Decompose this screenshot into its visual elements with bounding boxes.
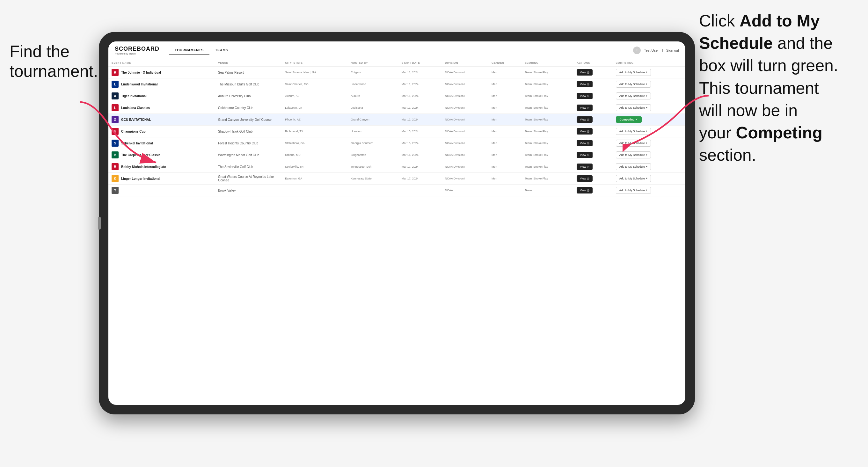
add-schedule-button[interactable]: Add to My Schedule + — [616, 69, 651, 76]
tablet-frame: SCOREBOARD Powered by clippd TOURNAMENTS… — [99, 32, 695, 414]
table-row: G GCU INVITATIONAL Grand Canyon Universi… — [108, 114, 685, 126]
table-row: L Lindenwood Invitational The Missouri B… — [108, 79, 685, 90]
view-button[interactable]: View ◎ — [577, 175, 593, 182]
table-body: R The Johnnie - O Individual Sea Palms R… — [108, 67, 685, 196]
table-row: H Champions Cup Shadow Hawk Golf ClubRic… — [108, 126, 685, 137]
arrow-left — [70, 99, 172, 179]
col-gender: GENDER — [488, 59, 522, 67]
col-event-name: EVENT NAME — [108, 59, 215, 67]
tournaments-table-container: EVENT NAME VENUE CITY, STATE HOSTED BY S… — [108, 59, 685, 405]
add-schedule-button[interactable]: Add to My Schedule + — [616, 163, 651, 170]
view-button[interactable]: View ◎ — [577, 128, 593, 134]
annotation-right: Click Add to My Schedule and the box wil… — [699, 9, 859, 166]
col-competing: COMPETING — [613, 59, 685, 67]
add-schedule-button[interactable]: Add to My Schedule + — [616, 175, 651, 182]
view-button[interactable]: View ◎ — [577, 163, 593, 170]
col-hosted-by: HOSTED BY — [347, 59, 399, 67]
nav-tabs: TOURNAMENTS TEAMS — [169, 45, 234, 55]
logo-area: SCOREBOARD Powered by clippd — [115, 45, 159, 55]
tournaments-table: EVENT NAME VENUE CITY, STATE HOSTED BY S… — [108, 59, 685, 196]
col-division: DIVISION — [442, 59, 488, 67]
table-row: B The Carpetbagger Classic Worthington M… — [108, 149, 685, 161]
tablet-side-button — [98, 217, 101, 229]
annotation-left: Find the tournament. — [9, 41, 98, 81]
view-button[interactable]: View ◎ — [577, 81, 593, 87]
view-button[interactable]: View ◎ — [577, 187, 593, 193]
view-button[interactable]: View ◎ — [577, 140, 593, 146]
header-right: T Test User | Sign out — [633, 46, 679, 54]
table-header-row: EVENT NAME VENUE CITY, STATE HOSTED BY S… — [108, 59, 685, 67]
tab-tournaments[interactable]: TOURNAMENTS — [169, 45, 210, 55]
table-row: A Tiger Invitational Auburn University C… — [108, 90, 685, 102]
view-button[interactable]: View ◎ — [577, 93, 593, 99]
user-avatar: T — [633, 46, 641, 54]
table-row: R The Johnnie - O Individual Sea Palms R… — [108, 67, 685, 79]
divider: | — [662, 49, 663, 52]
table-row: K Linger Longer Invitational Great Water… — [108, 173, 685, 185]
view-button[interactable]: View ◎ — [577, 116, 593, 123]
add-schedule-button[interactable]: Add to My Schedule + — [616, 187, 651, 194]
add-schedule-button[interactable]: Add to My Schedule + — [616, 81, 651, 88]
table-row: ? Brook ValleyNCAATeam,View ◎Add to My S… — [108, 185, 685, 196]
app-header: SCOREBOARD Powered by clippd TOURNAMENTS… — [108, 41, 685, 59]
app-logo: SCOREBOARD — [115, 45, 159, 52]
view-button[interactable]: View ◎ — [577, 152, 593, 158]
table-row: S Schenkel Invitational Forest Heights C… — [108, 137, 685, 149]
tablet-screen: SCOREBOARD Powered by clippd TOURNAMENTS… — [108, 41, 685, 405]
col-venue: VENUE — [215, 59, 282, 67]
arrow-right — [623, 92, 718, 156]
sign-out-link[interactable]: Sign out — [666, 49, 679, 52]
view-button[interactable]: View ◎ — [577, 69, 593, 75]
table-row: B Bobby Nichols Intercollegiate The Sevi… — [108, 161, 685, 173]
col-start-date: START DATE — [399, 59, 442, 67]
view-button[interactable]: View ◎ — [577, 104, 593, 111]
app-logo-sub: Powered by clippd — [115, 52, 159, 55]
user-name: Test User — [644, 49, 658, 52]
table-row: L Louisiana Classics Oakbourne Country C… — [108, 102, 685, 114]
col-actions: ACTIONS — [574, 59, 612, 67]
tab-teams[interactable]: TEAMS — [210, 45, 234, 55]
col-city-state: CITY, STATE — [282, 59, 347, 67]
col-scoring: SCORING — [522, 59, 574, 67]
